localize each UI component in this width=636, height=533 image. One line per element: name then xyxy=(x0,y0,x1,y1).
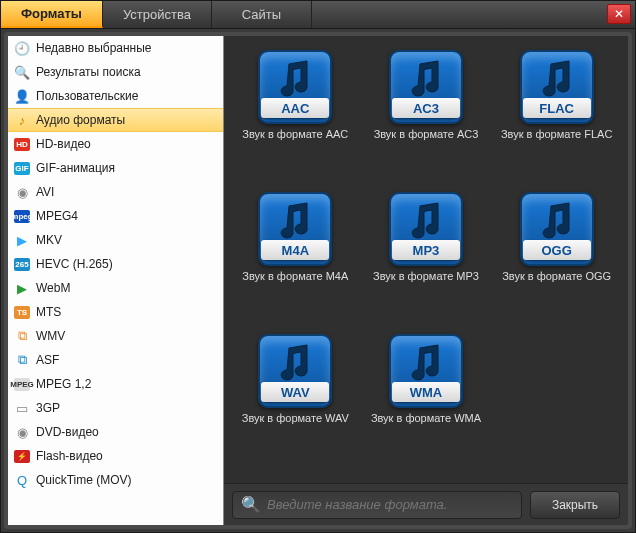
sidebar-item-asf[interactable]: ⧉ASF xyxy=(8,348,223,372)
asf-icon: ⧉ xyxy=(14,352,30,368)
format-code-label: FLAC xyxy=(523,98,591,118)
music-note-icon xyxy=(535,56,579,100)
sidebar-item-label: DVD-видео xyxy=(36,425,99,439)
format-description: Звук в формате FLAC xyxy=(501,128,612,140)
mkv-icon: ▶ xyxy=(14,232,30,248)
sidebar-item-webm[interactable]: ▶WebM xyxy=(8,276,223,300)
flash-icon: ⚡ xyxy=(14,448,30,464)
format-item-wma[interactable]: WMAЗвук в формате WMA xyxy=(371,334,481,454)
format-tile: AAC xyxy=(258,50,332,124)
format-tile: AC3 xyxy=(389,50,463,124)
tab-bar: ФорматыУстройстваСайты ✕ xyxy=(1,1,635,29)
main-area: 🕘Недавно выбранные🔍Результаты поиска👤Пол… xyxy=(4,32,632,529)
search-box[interactable]: 🔍 xyxy=(232,491,522,519)
sidebar-item-search[interactable]: 🔍Результаты поиска xyxy=(8,60,223,84)
music-note-icon xyxy=(273,198,317,242)
window-close-button[interactable]: ✕ xyxy=(607,4,631,24)
sidebar-item-3gp[interactable]: ▭3GP xyxy=(8,396,223,420)
sidebar-item-hd[interactable]: HDHD-видео xyxy=(8,132,223,156)
format-item-mp3[interactable]: MP3Звук в формате MP3 xyxy=(373,192,479,312)
webm-icon: ▶ xyxy=(14,280,30,296)
category-sidebar: 🕘Недавно выбранные🔍Результаты поиска👤Пол… xyxy=(8,36,224,525)
format-code-label: AC3 xyxy=(392,98,460,118)
format-chooser-window: ФорматыУстройстваСайты ✕ 🕘Недавно выбран… xyxy=(0,0,636,533)
format-code-label: AAC xyxy=(261,98,329,118)
content-panel: AACЗвук в формате AACAC3Звук в формате A… xyxy=(224,36,628,525)
tab-устройства[interactable]: Устройства xyxy=(103,1,212,28)
format-code-label: M4A xyxy=(261,240,329,260)
format-tile: WMA xyxy=(389,334,463,408)
dvd-icon: ◉ xyxy=(14,424,30,440)
sidebar-item-label: Flash-видео xyxy=(36,449,103,463)
format-tile: FLAC xyxy=(520,50,594,124)
sidebar-item-dvd[interactable]: ◉DVD-видео xyxy=(8,420,223,444)
format-code-label: WMA xyxy=(392,382,460,402)
sidebar-item-label: MTS xyxy=(36,305,61,319)
format-item-aac[interactable]: AACЗвук в формате AAC xyxy=(242,50,348,170)
tab-форматы[interactable]: Форматы xyxy=(1,1,103,28)
music-note-icon xyxy=(404,56,448,100)
sidebar-item-audio[interactable]: ♪Аудио форматы xyxy=(8,108,223,132)
sidebar-item-hevc[interactable]: 265HEVC (H.265) xyxy=(8,252,223,276)
sidebar-item-user[interactable]: 👤Пользовательские xyxy=(8,84,223,108)
sidebar-item-label: HD-видео xyxy=(36,137,91,151)
sidebar-item-label: GIF-анимация xyxy=(36,161,115,175)
sidebar-item-recent[interactable]: 🕘Недавно выбранные xyxy=(8,36,223,60)
sidebar-item-wmv[interactable]: ⧉WMV xyxy=(8,324,223,348)
user-icon: 👤 xyxy=(14,88,30,104)
audio-icon: ♪ xyxy=(14,112,30,128)
format-tile: M4A xyxy=(258,192,332,266)
sidebar-item-label: WMV xyxy=(36,329,65,343)
hd-icon: HD xyxy=(14,136,30,152)
music-note-icon xyxy=(404,340,448,384)
search-icon: 🔍 xyxy=(241,495,261,514)
sidebar-item-label: ASF xyxy=(36,353,59,367)
sidebar-item-label: MKV xyxy=(36,233,62,247)
format-description: Звук в формате OGG xyxy=(502,270,611,282)
format-grid: AACЗвук в формате AACAC3Звук в формате A… xyxy=(224,36,628,483)
music-note-icon xyxy=(273,340,317,384)
sidebar-item-mts[interactable]: TSMTS xyxy=(8,300,223,324)
sidebar-item-label: Недавно выбранные xyxy=(36,41,152,55)
search-icon: 🔍 xyxy=(14,64,30,80)
footer-bar: 🔍 Закрыть xyxy=(224,483,628,525)
sidebar-item-label: Результаты поиска xyxy=(36,65,141,79)
format-tile: MP3 xyxy=(389,192,463,266)
music-note-icon xyxy=(404,198,448,242)
close-icon: ✕ xyxy=(614,7,624,21)
sidebar-item-label: HEVC (H.265) xyxy=(36,257,113,271)
mpeg12-icon: MPEG xyxy=(14,376,30,392)
sidebar-item-mpeg4[interactable]: mpegMPEG4 xyxy=(8,204,223,228)
format-item-ogg[interactable]: OGGЗвук в формате OGG xyxy=(502,192,611,312)
format-item-m4a[interactable]: M4AЗвук в формате M4A xyxy=(242,192,348,312)
sidebar-item-mpeg12[interactable]: MPEGMPEG 1,2 xyxy=(8,372,223,396)
format-tile: WAV xyxy=(258,334,332,408)
format-description: Звук в формате AAC xyxy=(242,128,348,140)
search-input[interactable] xyxy=(267,497,513,512)
sidebar-item-label: Пользовательские xyxy=(36,89,139,103)
sidebar-item-flash[interactable]: ⚡Flash-видео xyxy=(8,444,223,468)
format-description: Звук в формате M4A xyxy=(242,270,348,282)
3gp-icon: ▭ xyxy=(14,400,30,416)
format-tile: OGG xyxy=(520,192,594,266)
tab-сайты[interactable]: Сайты xyxy=(212,1,312,28)
sidebar-item-label: WebM xyxy=(36,281,70,295)
sidebar-item-label: AVI xyxy=(36,185,54,199)
format-item-wav[interactable]: WAVЗвук в формате WAV xyxy=(242,334,349,454)
sidebar-item-gif[interactable]: GIFGIF-анимация xyxy=(8,156,223,180)
sidebar-item-label: QuickTime (MOV) xyxy=(36,473,132,487)
recent-icon: 🕘 xyxy=(14,40,30,56)
format-item-flac[interactable]: FLACЗвук в формате FLAC xyxy=(501,50,612,170)
sidebar-item-mkv[interactable]: ▶MKV xyxy=(8,228,223,252)
format-code-label: OGG xyxy=(523,240,591,260)
sidebar-item-qt[interactable]: QQuickTime (MOV) xyxy=(8,468,223,492)
format-item-ac3[interactable]: AC3Звук в формате AC3 xyxy=(374,50,479,170)
format-description: Звук в формате AC3 xyxy=(374,128,479,140)
format-code-label: MP3 xyxy=(392,240,460,260)
avi-icon: ◉ xyxy=(14,184,30,200)
close-button[interactable]: Закрыть xyxy=(530,491,620,519)
format-description: Звук в формате WAV xyxy=(242,412,349,424)
gif-icon: GIF xyxy=(14,160,30,176)
sidebar-item-avi[interactable]: ◉AVI xyxy=(8,180,223,204)
sidebar-item-label: MPEG4 xyxy=(36,209,78,223)
